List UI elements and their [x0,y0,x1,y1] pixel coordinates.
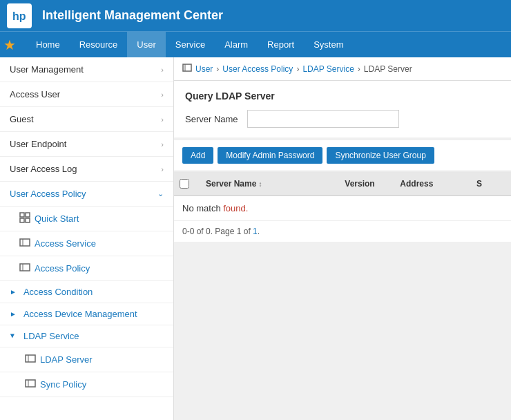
svg-text:hp: hp [12,10,26,22]
sidebar-item-access-device-management[interactable]: ► Access Device Management [0,303,173,325]
nav-user[interactable]: User [127,32,165,58]
main-layout: User Management › Access User › Guest › … [0,57,511,420]
query-row: Server Name [185,110,500,128]
chevron-right-icon: › [161,90,164,99]
svg-rect-13 [183,64,191,71]
svg-rect-11 [26,380,35,387]
sidebar-subitem-access-service[interactable]: Access Service [0,231,173,256]
breadcrumb-user-access-policy[interactable]: User Access Policy [222,64,293,74]
th-status: S [470,176,511,191]
svg-rect-5 [20,239,30,246]
svg-rect-4 [26,218,30,222]
sidebar-item-user-access-policy[interactable]: User Access Policy ⌄ [0,182,173,207]
svg-rect-1 [20,213,24,217]
svg-rect-3 [20,218,24,222]
server-name-label: Server Name [185,114,240,124]
sidebar: User Management › Access User › Guest › … [0,57,174,420]
sidebar-item-user-management[interactable]: User Management › [0,57,173,82]
th-checkbox [174,176,199,191]
breadcrumb-ldap-service[interactable]: LDAP Service [302,64,354,74]
nav-report[interactable]: Report [258,32,304,58]
breadcrumb-user[interactable]: User [195,64,213,74]
quick-start-icon [19,212,30,225]
table-container: Server Name ↕ Version Address S No match… [174,172,511,242]
nav-resource[interactable]: Resource [70,32,128,58]
access-policy-icon [19,262,30,275]
th-address: Address [393,176,470,191]
sidebar-item-guest[interactable]: Guest › [0,107,173,132]
nav-service[interactable]: Service [166,32,215,58]
sort-icon: ↕ [258,180,262,188]
chevron-down-icon: ⌄ [157,189,164,198]
sidebar-subitem-quick-start[interactable]: Quick Start [0,207,173,231]
nav-home[interactable]: Home [26,32,70,58]
sidebar-item-user-endpoint[interactable]: User Endpoint › [0,132,173,157]
content-area: User › User Access Policy › LDAP Service… [174,57,511,420]
chevron-right-icon: › [161,165,164,173]
add-button[interactable]: Add [182,147,213,164]
sidebar-item-ldap-service[interactable]: ► LDAP Service [0,325,173,347]
chevron-right-icon: › [161,66,164,74]
query-section: Query LDAP Server Server Name [174,81,511,137]
arrow-right-icon: ► [10,310,17,318]
pagination-page-link[interactable]: 1 [253,227,258,236]
query-title: Query LDAP Server [185,90,500,102]
no-match-highlight: found. [223,203,248,213]
modify-admin-password-button[interactable]: Modify Admin Password [218,147,322,164]
svg-rect-2 [26,213,30,217]
no-match-row: No match found. [174,196,511,221]
hp-logo: hp [7,3,32,28]
nav-system[interactable]: System [304,32,353,58]
no-match-text: No match [182,203,223,213]
server-name-input[interactable] [247,110,399,128]
th-version: Version [338,176,393,191]
breadcrumb-icon [182,63,192,75]
sidebar-subitem-ldap-server[interactable]: LDAP Server [0,347,173,372]
table-header: Server Name ↕ Version Address S [174,172,511,196]
breadcrumb-ldap-server: LDAP Server [364,64,412,74]
chevron-right-icon: › [161,115,164,124]
pagination-text-before: 0-0 of 0. Page 1 of [182,227,253,236]
sync-policy-icon [25,378,36,391]
sidebar-item-access-user[interactable]: Access User › [0,82,173,107]
synchronize-user-group-button[interactable]: Synchronize User Group [327,147,434,164]
favorites-star[interactable]: ★ [3,37,16,53]
pagination-row: 0-0 of 0. Page 1 of 1. [174,221,511,242]
th-server-name[interactable]: Server Name ↕ [199,176,338,191]
breadcrumb: User › User Access Policy › LDAP Service… [174,57,511,81]
svg-rect-7 [20,264,30,271]
select-all-checkbox[interactable] [180,179,189,189]
action-bar: Add Modify Admin Password Synchronize Us… [174,140,511,171]
sidebar-item-access-condition[interactable]: ► Access Condition [0,281,173,303]
header: hp Intelligent Management Center [0,0,511,31]
app-title: Intelligent Management Center [42,8,504,23]
navbar: ★ Home Resource User Service Alarm Repor… [0,31,511,57]
arrow-right-icon: ► [10,288,17,296]
nav-alarm[interactable]: Alarm [215,32,258,58]
ldap-server-icon [25,353,36,366]
arrow-down-icon: ► [9,333,17,340]
sidebar-item-user-access-log[interactable]: User Access Log › [0,157,173,182]
sidebar-subitem-access-policy[interactable]: Access Policy [0,256,173,281]
pagination-text-after: . [258,227,260,236]
chevron-right-icon: › [161,140,164,149]
access-service-icon [19,237,30,250]
svg-rect-9 [26,355,35,362]
sidebar-subitem-sync-policy[interactable]: Sync Policy [0,372,173,397]
